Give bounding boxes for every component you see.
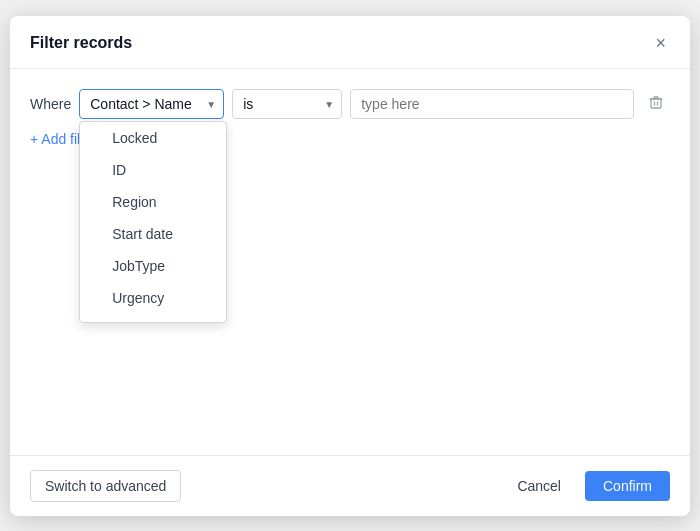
svg-rect-0 — [651, 99, 661, 108]
where-label: Where — [30, 96, 71, 112]
modal-header: Filter records × — [10, 16, 690, 69]
field-dropdown-wrapper: Contact > Name ▼ Locked ID — [79, 89, 224, 119]
list-item-selected[interactable]: ✓ Contact > Name — [80, 314, 226, 322]
modal-footer: Switch to advanced Cancel Confirm — [10, 455, 690, 516]
switch-advanced-button[interactable]: Switch to advanced — [30, 470, 181, 502]
cancel-button[interactable]: Cancel — [503, 471, 575, 501]
filter-records-modal: Filter records × Where Contact > Name ▼ — [10, 16, 690, 516]
delete-filter-button[interactable] — [642, 90, 670, 118]
list-item[interactable]: Region — [80, 186, 226, 218]
modal-body: Where Contact > Name ▼ Locked — [10, 69, 690, 455]
list-item[interactable]: Urgency — [80, 282, 226, 314]
trash-icon — [648, 94, 664, 110]
modal-overlay: Filter records × Where Contact > Name ▼ — [0, 0, 700, 531]
modal-title: Filter records — [30, 34, 132, 52]
value-input[interactable] — [350, 89, 634, 119]
close-button[interactable]: × — [651, 32, 670, 54]
confirm-button[interactable]: Confirm — [585, 471, 670, 501]
list-item[interactable]: Start date — [80, 218, 226, 250]
list-item[interactable]: Locked — [80, 122, 226, 154]
field-dropdown-menu: Locked ID Region — [79, 121, 227, 323]
condition-select[interactable]: is is not contains is empty — [232, 89, 342, 119]
footer-right: Cancel Confirm — [503, 471, 670, 501]
condition-dropdown-wrapper: is is not contains is empty ▼ — [232, 89, 342, 119]
field-dropdown-items: Locked ID Region — [80, 122, 226, 322]
list-item[interactable]: ID — [80, 154, 226, 186]
field-select[interactable]: Contact > Name — [79, 89, 224, 119]
filter-row: Where Contact > Name ▼ Locked — [30, 89, 670, 119]
list-item[interactable]: JobType — [80, 250, 226, 282]
